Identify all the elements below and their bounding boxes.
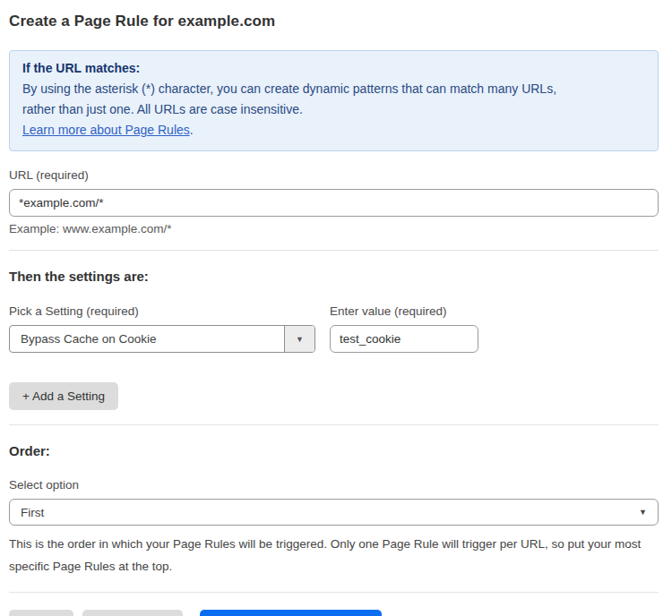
setting-value-input[interactable] (330, 325, 478, 353)
setting-picker-column: Pick a Setting (required) Bypass Cache o… (9, 287, 315, 353)
url-match-info-box: If the URL matches: By using the asteris… (9, 50, 659, 151)
url-helper-text: Example: www.example.com/* (9, 222, 659, 235)
setting-select[interactable]: Bypass Cache on Cookie ▼ (9, 325, 315, 353)
info-box-body-line1: By using the asterisk (*) character, you… (22, 79, 645, 99)
order-select[interactable]: First ▼ (9, 499, 659, 526)
cancel-button[interactable]: Cancel (9, 610, 73, 616)
setting-select-arrow-button[interactable]: ▼ (284, 326, 314, 352)
url-field-label: URL (required) (9, 168, 659, 182)
setting-value-column: Enter value (required) (330, 294, 478, 353)
divider-order-footer (9, 592, 659, 593)
divider-settings-order (9, 424, 659, 425)
url-input[interactable] (9, 189, 659, 217)
divider-url-settings (9, 250, 659, 251)
save-as-draft-button[interactable]: Save as Draft (82, 610, 183, 616)
settings-section-heading: Then the settings are: (9, 269, 659, 284)
footer-actions: Cancel Save as Draft Save and Deploy Pag… (9, 610, 659, 616)
order-select-value: First (10, 506, 639, 519)
save-and-deploy-button[interactable]: Save and Deploy Page Rule (200, 610, 383, 616)
chevron-down-icon: ▼ (296, 335, 304, 344)
add-setting-button[interactable]: + Add a Setting (9, 382, 118, 410)
order-helper-text: This is the order in which your Page Rul… (9, 533, 659, 578)
page-rule-form: Create a Page Rule for example.com If th… (0, 0, 672, 616)
setting-picker-label: Pick a Setting (required) (9, 304, 315, 318)
info-box-link-row: Learn more about Page Rules. (22, 120, 645, 141)
info-box-heading: If the URL matches: (22, 58, 645, 79)
page-title: Create a Page Rule for example.com (9, 13, 659, 30)
settings-row: Pick a Setting (required) Bypass Cache o… (9, 287, 659, 353)
info-box-body-line2: rather than just one. All URLs are case … (22, 99, 645, 120)
link-suffix: . (190, 123, 194, 137)
order-section-heading: Order: (9, 443, 659, 458)
chevron-down-icon: ▼ (639, 508, 658, 517)
learn-more-link[interactable]: Learn more about Page Rules (22, 123, 190, 137)
setting-select-value: Bypass Cache on Cookie (10, 326, 284, 352)
setting-value-label: Enter value (required) (330, 304, 478, 318)
order-select-label: Select option (9, 478, 659, 492)
